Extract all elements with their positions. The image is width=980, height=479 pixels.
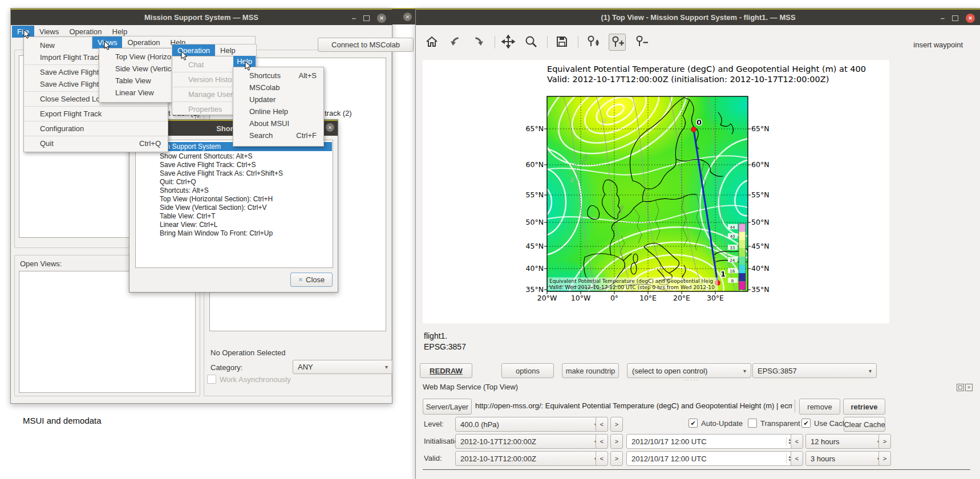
restore-button[interactable] xyxy=(952,15,958,21)
waypoint-marker[interactable] xyxy=(691,127,696,132)
connect-msolab-button[interactable]: Connect to MSColab xyxy=(318,38,414,52)
menu-item-top-view[interactable]: Top View (Horizontal xyxy=(99,51,178,63)
map-canvas[interactable]: Equivalent Potential Temperature (degC) … xyxy=(423,60,889,323)
shortcut-item[interactable]: Show Current Shortcuts: Alt+S xyxy=(160,152,283,161)
lat-tick-label: 55°N xyxy=(521,190,544,199)
initialisation-combobox[interactable]: 2012-10-17T12:00:00Z ▾ xyxy=(455,434,602,449)
close-icon[interactable]: ✕ xyxy=(966,14,975,23)
init-step-combobox[interactable]: 12 hours ▾ xyxy=(805,434,885,449)
menu-item-side-view[interactable]: Side View (Vertical S xyxy=(99,63,178,75)
menubar-views[interactable]: Views xyxy=(34,26,64,38)
valid-datetime-spinbox[interactable]: 2012/10/17 12:00 UTC ▴▾ xyxy=(626,451,795,466)
epsg-label: EPSG:3857 xyxy=(424,342,466,351)
shortcut-item[interactable]: Quit: Ctrl+Q xyxy=(160,178,283,186)
main-window-titlebar[interactable]: Mission Support System — MSS – ✕ xyxy=(11,9,392,25)
menu-item-export-flight-track[interactable]: Export Flight Track xyxy=(24,108,168,120)
menu-item-mscolab[interactable]: MSColab xyxy=(233,82,323,94)
projection-combobox[interactable]: EPSG:3857 ▾ xyxy=(752,363,877,378)
toolbar-separator xyxy=(547,36,548,48)
menu-item-updater[interactable]: Updater xyxy=(233,94,323,105)
init-step-fwd-button[interactable]: > xyxy=(878,434,891,449)
menu-item-online-help[interactable]: Online Help xyxy=(233,105,323,117)
toolbar-mode-hint: insert waypoint xyxy=(913,40,963,49)
init-step-back-button[interactable]: < xyxy=(791,434,803,449)
valid-step-combobox[interactable]: 3 hours ▾ xyxy=(805,451,885,466)
menu-item-linear-view[interactable]: Linear View xyxy=(99,87,178,99)
init-prev-button[interactable]: < xyxy=(596,434,608,449)
menu-separator xyxy=(25,106,167,107)
init-next-button[interactable]: > xyxy=(610,434,623,449)
shortcut-item[interactable]: Save Active Flight Track: Ctrl+S xyxy=(160,161,283,169)
insert-waypoint-icon[interactable] xyxy=(609,34,626,51)
valid-step-fwd-button[interactable]: > xyxy=(878,451,891,466)
lat-tick-label: 35°N xyxy=(751,285,770,294)
valid-step-back-button[interactable]: < xyxy=(791,451,803,466)
close-icon[interactable]: ✕ xyxy=(377,14,386,23)
server-layer-button[interactable]: Server/Layer xyxy=(423,399,472,415)
level-next-button[interactable]: > xyxy=(610,417,623,432)
dialog-close-icon[interactable]: ✕ xyxy=(326,123,334,132)
menubar-help[interactable]: Help xyxy=(215,44,241,56)
shortcut-item[interactable]: Shortcuts: Alt+S xyxy=(160,186,283,195)
valid-combobox[interactable]: 2012-10-17T12:00:00Z ▾ xyxy=(455,451,602,466)
save-icon[interactable] xyxy=(554,34,570,50)
level-prev-button[interactable]: < xyxy=(596,417,608,432)
menu-item-about-msui[interactable]: About MSUI xyxy=(233,117,323,129)
close-x-icon: ✕ xyxy=(298,277,303,283)
shortcut-item[interactable]: Linear View: Ctrl+L xyxy=(160,221,283,229)
float-panel-icon[interactable] xyxy=(957,384,964,391)
operation-menubar-fragment: Operation Help xyxy=(172,44,257,57)
menu-item-shortcuts[interactable]: Shortcuts Alt+S xyxy=(233,70,323,82)
options-button[interactable]: options xyxy=(501,363,554,378)
topview-titlebar[interactable]: (1) Top View - Mission Support System - … xyxy=(416,9,980,25)
menu-separator xyxy=(25,136,167,136)
maximize-button[interactable] xyxy=(363,15,370,21)
menubar-views[interactable]: Views xyxy=(92,36,122,48)
shortcut-item[interactable]: Bring Main Window To Front: Ctrl+Up xyxy=(160,229,283,238)
pan-icon[interactable] xyxy=(500,34,516,50)
shortcut-item[interactable]: Save Active Flight Track As: Ctrl+Shift+… xyxy=(160,169,283,178)
init-datetime-spinbox[interactable]: 2012/10/17 12:00 UTC ▴▾ xyxy=(626,434,795,449)
valid-next-button[interactable]: > xyxy=(610,451,623,466)
menu-item-search[interactable]: Search Ctrl+F xyxy=(233,129,323,141)
home-icon[interactable] xyxy=(424,34,440,50)
minimize-button[interactable]: – xyxy=(941,14,945,22)
menubar-operation[interactable]: Operation xyxy=(172,44,215,56)
transparent-checkbox[interactable]: Transparent xyxy=(748,419,800,428)
move-waypoint-icon[interactable] xyxy=(585,34,601,50)
splitter-handle[interactable]: ····· xyxy=(684,377,699,383)
colorbar-tick: 24 xyxy=(730,258,735,263)
lat-tick-label: 50°N xyxy=(521,218,544,226)
help-menubar-fragment[interactable]: Help xyxy=(233,56,256,67)
menu-item-configuration[interactable]: Configuration xyxy=(24,123,168,135)
remove-button[interactable]: remove xyxy=(799,399,840,415)
map-plot[interactable]: 7120 7200 52 40 0 1 Equivalent Potential… xyxy=(547,96,748,291)
menu-item-table-view[interactable]: Table View xyxy=(99,75,178,87)
back-icon[interactable] xyxy=(448,34,464,50)
titlebar-fragment: ✕ xyxy=(392,8,415,25)
redraw-button[interactable]: REDRAW xyxy=(420,363,472,378)
close-icon[interactable]: ✕ xyxy=(403,13,412,21)
clear-cache-button[interactable]: Clear Cache xyxy=(844,417,885,432)
dialog-close-button[interactable]: ✕ Close xyxy=(290,273,333,287)
valid-prev-button[interactable]: < xyxy=(596,451,608,466)
lat-tick-label: 65°N xyxy=(751,124,770,133)
delete-waypoint-icon[interactable] xyxy=(633,34,649,50)
make-roundtrip-button[interactable]: make roundtrip xyxy=(562,363,619,378)
retrieve-button[interactable]: retrieve xyxy=(843,399,885,415)
zoom-icon[interactable] xyxy=(523,34,539,50)
shortcut-item[interactable]: Side View (Vertical Section): Ctrl+V xyxy=(160,204,283,212)
level-combobox[interactable]: 400.0 (hPa) ▾ xyxy=(455,417,602,432)
menu-item-quit[interactable]: Quit Ctrl+Q xyxy=(24,137,168,149)
shortcut-item[interactable]: Table View: Ctrl+T xyxy=(160,212,283,221)
shortcuts-tree[interactable]: ▾ Mission Support System Show Current Sh… xyxy=(135,140,333,268)
forward-icon[interactable] xyxy=(470,34,486,50)
auto-update-checkbox[interactable]: ✔ Auto-Update xyxy=(689,419,743,428)
shortcut-item[interactable]: Top View (Horizontal Section): Ctrl+H xyxy=(160,195,283,204)
menubar-file[interactable]: File xyxy=(12,26,34,38)
menubar-operation[interactable]: Operation xyxy=(122,36,165,48)
close-panel-icon[interactable]: ✕ xyxy=(965,384,973,391)
layer-url-text: http://open-mss.org/: Equivalent Potenti… xyxy=(475,401,792,410)
minimize-button[interactable]: – xyxy=(352,14,356,22)
open-control-combobox[interactable]: (select to open control) ▾ xyxy=(627,363,751,378)
